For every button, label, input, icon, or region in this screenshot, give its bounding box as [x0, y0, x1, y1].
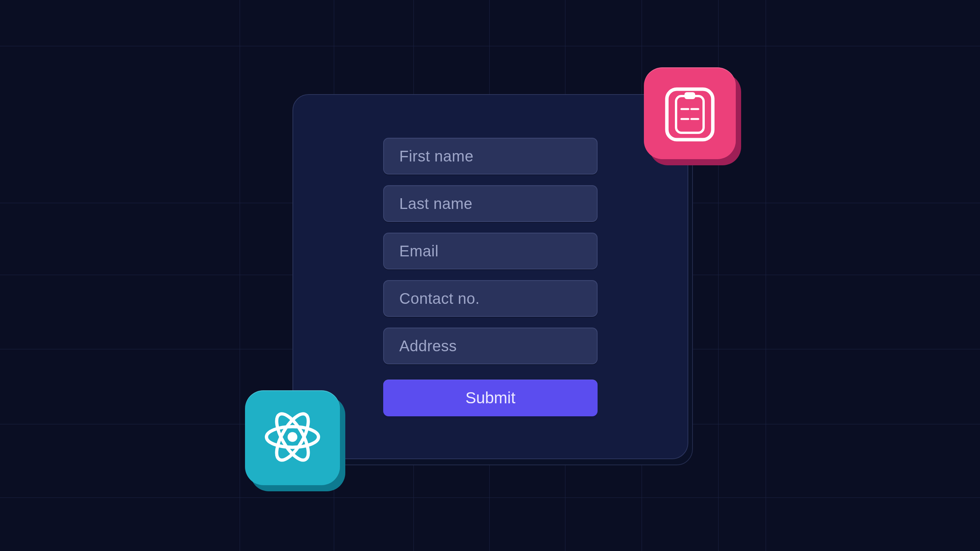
svg-point-7 [287, 432, 297, 442]
contact-field[interactable]: Contact no. [383, 280, 598, 317]
svg-rect-1 [676, 96, 704, 133]
first-name-field[interactable]: First name [383, 138, 598, 174]
grid-line [766, 0, 766, 551]
grid-line [0, 46, 980, 46]
last-name-field[interactable]: Last name [383, 185, 598, 222]
react-icon [260, 404, 325, 471]
canvas: First name Last name Email Contact no. A… [0, 0, 980, 551]
clipboard-badge [644, 67, 736, 159]
grid-line [0, 497, 980, 498]
svg-rect-2 [684, 92, 695, 99]
grid-line [240, 0, 240, 551]
submit-button[interactable]: Submit [383, 380, 598, 416]
form-card: First name Last name Email Contact no. A… [292, 94, 688, 459]
react-badge [245, 390, 340, 485]
email-field[interactable]: Email [383, 233, 598, 269]
address-field[interactable]: Address [383, 328, 598, 364]
clipboard-icon [663, 83, 717, 144]
